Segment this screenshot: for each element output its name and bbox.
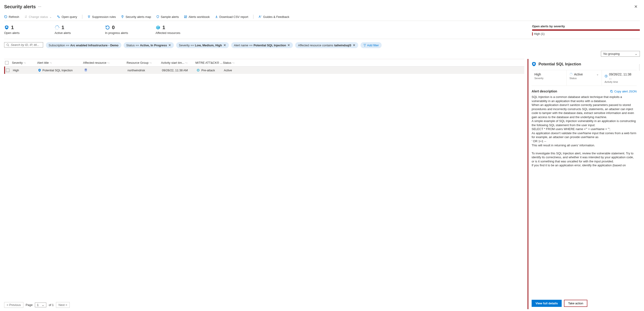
- select-all-checkbox[interactable]: [5, 61, 8, 64]
- open-query-button[interactable]: Open query: [57, 15, 77, 18]
- svg-point-6: [6, 27, 7, 28]
- col-status[interactable]: Status↑↓: [223, 61, 241, 64]
- severity-title: Open alerts by severity: [532, 24, 640, 28]
- svg-point-12: [58, 29, 59, 29]
- svg-point-9: [55, 27, 56, 28]
- more-icon[interactable]: ⋯: [38, 5, 42, 8]
- grouping-select[interactable]: No grouping⌄: [601, 51, 640, 57]
- progress-icon: [105, 25, 110, 30]
- shield-alert-icon: [4, 25, 9, 30]
- suppression-button[interactable]: Suppression rules: [88, 15, 116, 18]
- kpi-progress-value: 0: [112, 24, 115, 30]
- kpi-open-label: Open alerts: [4, 31, 36, 35]
- svg-point-8: [57, 29, 58, 30]
- svg-point-20: [198, 70, 198, 71]
- expand-panel-button[interactable]: ›: [639, 64, 640, 70]
- col-resource[interactable]: Affected resource↑↓: [83, 61, 126, 64]
- swap-icon: [24, 15, 28, 18]
- filter-severity[interactable]: Severity == Low, Medium, High✕: [176, 42, 229, 48]
- download-csv-button[interactable]: Download CSV report: [215, 15, 248, 18]
- shield-alert-icon: [532, 62, 536, 67]
- page-select[interactable]: 1⌄: [35, 302, 46, 307]
- svg-point-27: [570, 73, 570, 74]
- copy-json-button[interactable]: Copy alert JSON: [610, 90, 637, 93]
- panel-severity: High: [534, 72, 564, 76]
- col-time[interactable]: Activity start tim...↑↓: [161, 61, 196, 64]
- panel-title: Potential SQL Injection: [538, 62, 581, 66]
- svg-point-4: [260, 16, 260, 17]
- severity-legend: High (1): [532, 32, 640, 36]
- cell-status: Active: [224, 68, 242, 72]
- remove-filter-icon[interactable]: ✕: [353, 43, 356, 47]
- svg-point-10: [59, 27, 60, 28]
- col-title[interactable]: Alert title↑↓: [37, 61, 83, 64]
- row-checkbox[interactable]: [6, 68, 10, 72]
- add-filter-button[interactable]: Add filter: [360, 42, 382, 48]
- col-severity[interactable]: Severity↑↓: [12, 61, 37, 64]
- guides-button[interactable]: Guides & Feedback: [258, 15, 289, 18]
- filter-status[interactable]: Status == Active, In Progress✕: [124, 42, 174, 48]
- workbook-button[interactable]: Alerts workbook: [184, 15, 210, 18]
- close-icon[interactable]: ✕: [632, 3, 640, 10]
- svg-point-0: [58, 16, 58, 16]
- filter-icon: [363, 44, 366, 47]
- svg-point-30: [570, 75, 570, 75]
- severity-bar: [532, 29, 640, 31]
- col-mitre[interactable]: MITRE ATT&CK® ...: [196, 61, 223, 64]
- page-label: Page: [26, 303, 32, 307]
- remove-filter-icon[interactable]: ✕: [168, 43, 171, 47]
- refresh-icon: [4, 15, 7, 18]
- chevron-down-icon: ⌄: [635, 52, 637, 56]
- svg-point-29: [572, 73, 572, 74]
- svg-point-7: [57, 25, 57, 26]
- remove-filter-icon[interactable]: ✕: [287, 43, 290, 47]
- svg-point-22: [534, 64, 534, 65]
- svg-point-1: [59, 17, 60, 18]
- remove-filter-icon[interactable]: ✕: [224, 43, 226, 47]
- panel-status: Active: [574, 72, 583, 76]
- table-row[interactable]: High Potential SQL Injection northwindri…: [4, 66, 524, 74]
- filter-alert-name[interactable]: Alert name == Potential SQL Injection✕: [231, 42, 293, 48]
- page-title: Security alerts: [4, 4, 36, 10]
- svg-point-14: [56, 29, 56, 29]
- svg-point-2: [122, 16, 123, 16]
- view-full-details-button[interactable]: View full details: [532, 300, 562, 307]
- filter-resource[interactable]: Affected resource contains tailwindsql3✕: [295, 42, 358, 48]
- kpi-active-value: 1: [62, 24, 64, 30]
- shield-icon: [38, 68, 41, 72]
- active-icon: [54, 25, 60, 30]
- download-icon: [215, 15, 218, 18]
- svg-point-15: [7, 44, 8, 46]
- page-of: of 1: [48, 303, 54, 307]
- shield-icon: [156, 15, 160, 18]
- copy-icon: [610, 90, 613, 93]
- chevron-down-icon: ⌄: [49, 15, 52, 18]
- kpi-open-value: 1: [11, 24, 14, 30]
- svg-point-28: [572, 75, 572, 75]
- cube-icon: [156, 25, 160, 30]
- chevron-down-icon: ⌄: [42, 303, 44, 307]
- sample-alerts-button[interactable]: Sample alerts: [156, 15, 179, 18]
- svg-point-24: [571, 75, 571, 76]
- next-page-button[interactable]: Next >: [56, 302, 70, 308]
- search-icon: [6, 43, 10, 46]
- kpi-progress-label: In progress alerts: [105, 31, 137, 35]
- search-input[interactable]: Search by ID, IP, titl...: [4, 42, 43, 48]
- change-status-button: Change status ⌄: [24, 15, 52, 18]
- svg-point-26: [572, 74, 572, 74]
- clock-icon: [604, 74, 608, 78]
- alerts-map-button[interactable]: Security alerts map: [121, 15, 151, 18]
- take-action-button[interactable]: Take action: [564, 300, 587, 307]
- query-icon: [57, 15, 60, 18]
- col-rg[interactable]: Resource Group↑↓: [126, 61, 161, 64]
- prev-page-button[interactable]: < Previous: [4, 302, 24, 308]
- guides-icon: [258, 15, 262, 18]
- mitre-icon: [196, 68, 200, 72]
- refresh-button[interactable]: Refresh: [4, 15, 19, 18]
- cell-rg: northwindrisk: [128, 68, 162, 72]
- filter-subscription[interactable]: Subscription == Arc enabled Infrastructu…: [46, 42, 121, 48]
- chevron-down-icon[interactable]: ⌄: [596, 72, 599, 76]
- svg-point-17: [40, 70, 40, 70]
- sql-server-icon: [84, 68, 88, 72]
- svg-point-25: [570, 74, 570, 74]
